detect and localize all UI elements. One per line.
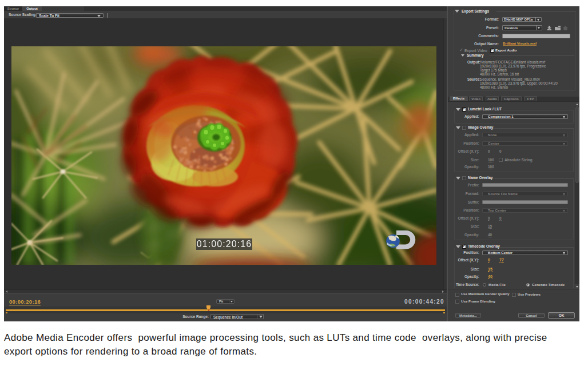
svg-text:01:00:20:16: 01:00:20:16: [197, 239, 252, 249]
